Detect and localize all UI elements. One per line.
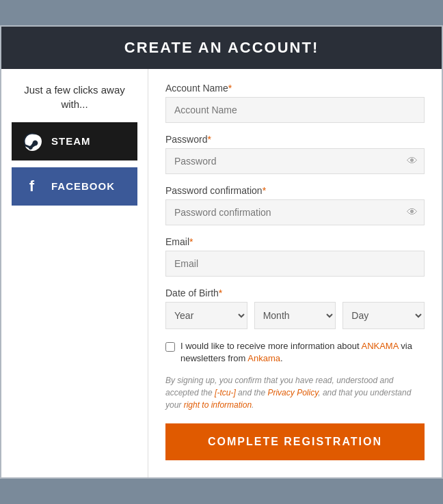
modal-body: Just a few clicks away with... STEAM f F…	[1, 69, 442, 477]
password-visibility-toggle[interactable]: 👁	[407, 155, 418, 167]
password-group: Password* 👁	[165, 134, 425, 174]
dob-row: Year Month Day	[165, 302, 425, 329]
password-confirm-label: Password confirmation*	[165, 185, 425, 196]
account-name-wrapper	[165, 97, 425, 123]
legal-text: By signing up, you confirm that you have…	[165, 374, 425, 411]
dob-group: Date of Birth* Year Month Day	[165, 288, 425, 329]
account-name-input[interactable]	[165, 97, 425, 123]
password-wrapper: 👁	[165, 148, 425, 174]
brand-name: ANKAMA	[361, 341, 398, 351]
password-label: Password*	[165, 134, 425, 145]
year-select[interactable]: Year	[165, 302, 247, 329]
newsletter-label: I would like to receive more information…	[180, 340, 425, 365]
email-group: Email*	[165, 236, 425, 277]
month-select[interactable]: Month	[254, 302, 336, 329]
password-confirm-visibility-toggle[interactable]: 👁	[407, 206, 418, 219]
email-label: Email*	[165, 236, 425, 247]
modal-header: CREATE AN ACCOUNT!	[1, 27, 442, 69]
password-confirm-group: Password confirmation* 👁	[165, 185, 425, 225]
facebook-label: FACEBOOK	[51, 180, 115, 192]
tagline-text: Just a few clicks away with...	[12, 83, 137, 111]
account-name-label: Account Name*	[165, 83, 425, 94]
password-confirm-input[interactable]	[165, 199, 425, 225]
ankama-link[interactable]: Ankama	[247, 353, 280, 363]
privacy-policy-link[interactable]: Privacy Policy	[267, 388, 318, 397]
steam-icon	[20, 129, 44, 154]
facebook-icon: f	[20, 174, 44, 199]
email-wrapper	[165, 251, 425, 277]
password-input[interactable]	[165, 148, 425, 174]
password-confirm-wrapper: 👁	[165, 199, 425, 225]
tcu-link[interactable]: [-tcu-]	[215, 388, 236, 397]
newsletter-row: I would like to receive more information…	[165, 340, 425, 365]
registration-form: Account Name* Password* 👁 Passw	[148, 69, 442, 477]
page-title: CREATE AN ACCOUNT!	[1, 39, 442, 57]
modal-container: CREATE AN ACCOUNT! Just a few clicks awa…	[0, 25, 443, 479]
account-name-group: Account Name*	[165, 83, 425, 123]
right-to-info-link[interactable]: right to information	[184, 400, 252, 410]
steam-label: STEAM	[51, 135, 91, 147]
dob-label: Date of Birth*	[165, 288, 425, 298]
left-panel: Just a few clicks away with... STEAM f F…	[1, 69, 148, 477]
email-input[interactable]	[165, 251, 425, 277]
facebook-button[interactable]: f FACEBOOK	[12, 167, 137, 206]
day-select[interactable]: Day	[343, 302, 425, 329]
newsletter-checkbox[interactable]	[165, 342, 175, 352]
steam-button[interactable]: STEAM	[12, 122, 137, 160]
submit-button[interactable]: COMPLETE REGISTRATION	[165, 423, 425, 460]
